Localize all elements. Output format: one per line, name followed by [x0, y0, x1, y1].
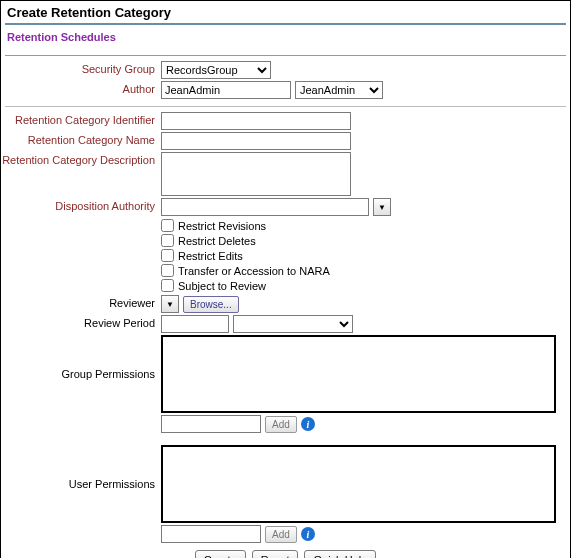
rc-identifier-input[interactable] — [161, 112, 351, 130]
label-disp-authority: Disposition Authority — [1, 198, 161, 214]
rc-description-textarea[interactable] — [161, 152, 351, 196]
group-permissions-box[interactable] — [161, 335, 556, 413]
group-permissions-input[interactable] — [161, 415, 261, 433]
restrict-deletes-checkbox[interactable] — [161, 234, 174, 247]
row-user-permissions-add: Add i — [1, 524, 570, 544]
author-input[interactable] — [161, 81, 291, 99]
restrict-edits-line[interactable]: Restrict Edits — [161, 248, 243, 263]
page-container: Create Retention Category Retention Sche… — [0, 0, 571, 558]
label-reviewer: Reviewer — [1, 295, 161, 311]
title-divider — [5, 23, 566, 25]
restrict-revisions-label: Restrict Revisions — [178, 220, 266, 232]
label-rc-name: Retention Category Name — [1, 132, 161, 148]
row-reviewer: Reviewer ▼ Browse... — [1, 294, 570, 314]
review-period-select[interactable] — [233, 315, 353, 333]
row-rc-identifier: Retention Category Identifier — [1, 111, 570, 131]
subject-review-checkbox[interactable] — [161, 279, 174, 292]
quick-help-button[interactable]: Quick Help — [304, 550, 376, 558]
section-divider-1 — [5, 55, 566, 56]
transfer-nara-label: Transfer or Accession to NARA — [178, 265, 330, 277]
user-permissions-input[interactable] — [161, 525, 261, 543]
restrict-revisions-line[interactable]: Restrict Revisions — [161, 218, 266, 233]
group-permissions-add-button[interactable]: Add — [265, 416, 297, 433]
disp-authority-dropdown[interactable]: ▼ — [373, 198, 391, 216]
user-permissions-box[interactable] — [161, 445, 556, 523]
review-period-input[interactable] — [161, 315, 229, 333]
restrict-deletes-label: Restrict Deletes — [178, 235, 256, 247]
security-group-select[interactable]: RecordsGroup — [161, 61, 271, 79]
label-user-permissions: User Permissions — [1, 476, 161, 492]
subject-review-line[interactable]: Subject to Review — [161, 278, 266, 293]
row-security-group: Security Group RecordsGroup — [1, 60, 570, 80]
row-author: Author JeanAdmin — [1, 80, 570, 100]
create-button[interactable]: Create — [195, 550, 246, 558]
row-rc-name: Retention Category Name — [1, 131, 570, 151]
subject-review-label: Subject to Review — [178, 280, 266, 292]
button-row: Create Reset Quick Help — [1, 544, 570, 558]
row-user-permissions: User Permissions — [1, 444, 570, 524]
subtitle-link[interactable]: Retention Schedules — [1, 29, 570, 49]
row-checkboxes: Restrict Revisions Restrict Deletes Rest… — [1, 217, 570, 294]
section-divider-2 — [5, 106, 566, 107]
label-group-permissions: Group Permissions — [1, 366, 161, 382]
reviewer-dropdown[interactable]: ▼ — [161, 295, 179, 313]
chevron-down-icon: ▼ — [166, 300, 174, 309]
rc-name-input[interactable] — [161, 132, 351, 150]
restrict-edits-label: Restrict Edits — [178, 250, 243, 262]
restrict-deletes-line[interactable]: Restrict Deletes — [161, 233, 256, 248]
label-author: Author — [1, 81, 161, 97]
info-icon[interactable]: i — [301, 417, 315, 431]
restrict-edits-checkbox[interactable] — [161, 249, 174, 262]
browse-button[interactable]: Browse... — [183, 296, 239, 313]
row-rc-description: Retention Category Description — [1, 151, 570, 197]
transfer-nara-checkbox[interactable] — [161, 264, 174, 277]
disp-authority-input[interactable] — [161, 198, 369, 216]
label-rc-identifier: Retention Category Identifier — [1, 112, 161, 128]
restrict-revisions-checkbox[interactable] — [161, 219, 174, 232]
user-permissions-add-button[interactable]: Add — [265, 526, 297, 543]
page-title: Create Retention Category — [1, 1, 570, 23]
label-rc-description: Retention Category Description — [1, 152, 161, 168]
transfer-nara-line[interactable]: Transfer or Accession to NARA — [161, 263, 330, 278]
row-group-permissions: Group Permissions — [1, 334, 570, 414]
reset-button[interactable]: Reset — [252, 550, 299, 558]
chevron-down-icon: ▼ — [378, 203, 386, 212]
label-review-period: Review Period — [1, 315, 161, 331]
row-group-permissions-add: Add i — [1, 414, 570, 434]
info-icon[interactable]: i — [301, 527, 315, 541]
row-review-period: Review Period — [1, 314, 570, 334]
label-security-group: Security Group — [1, 61, 161, 77]
author-select[interactable]: JeanAdmin — [295, 81, 383, 99]
row-disp-authority: Disposition Authority ▼ — [1, 197, 570, 217]
